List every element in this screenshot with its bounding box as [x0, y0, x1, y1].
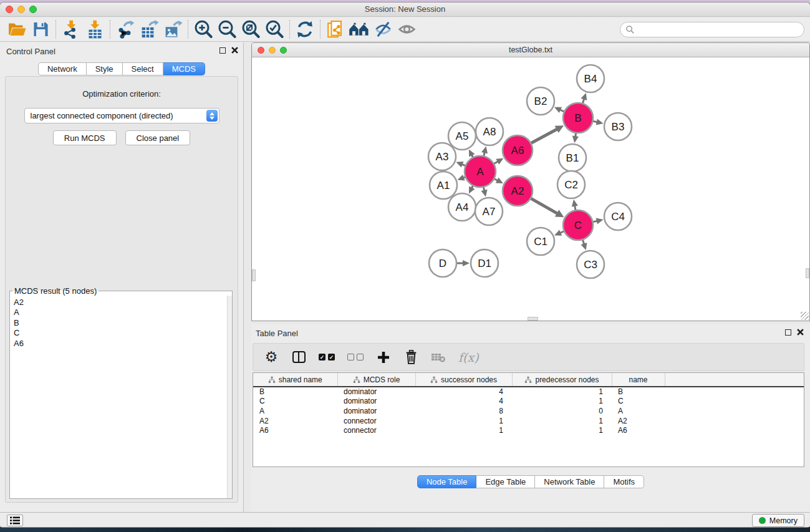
save-session-button[interactable]	[29, 19, 52, 40]
open-file-button[interactable]	[5, 19, 29, 40]
table-options-button[interactable]: ⚙	[264, 348, 279, 367]
cell[interactable]: 1	[512, 416, 612, 426]
cell[interactable]: 1	[512, 387, 612, 397]
graph-node-label-C3: C3	[584, 259, 597, 271]
column-header-predecessor-nodes[interactable]: predecessor nodes	[512, 373, 612, 387]
cell[interactable]: A	[612, 406, 665, 416]
export-table-button[interactable]	[137, 19, 161, 40]
cell[interactable]	[665, 416, 804, 426]
column-type-icon	[353, 376, 360, 384]
run-mcds-button[interactable]: Run MCDS	[53, 130, 117, 145]
canvas-vscroll-thumb[interactable]	[252, 269, 256, 281]
tab-style[interactable]: Style	[87, 62, 123, 75]
column-header-successor-nodes[interactable]: successor nodes	[415, 373, 512, 387]
refresh-view-button[interactable]	[293, 19, 317, 40]
result-item[interactable]: B	[14, 318, 227, 328]
hide-details-button[interactable]	[371, 19, 395, 40]
cell[interactable]: 1	[512, 425, 612, 435]
cell[interactable]: B	[253, 387, 337, 397]
close-table-panel-button[interactable]	[797, 329, 804, 336]
table-row[interactable]: Adominator80A	[253, 406, 804, 416]
result-item[interactable]: A	[14, 307, 227, 317]
show-column-button[interactable]	[291, 348, 306, 367]
task-history-button[interactable]	[7, 515, 23, 526]
cell[interactable]: 1	[415, 425, 512, 435]
delete-row-button[interactable]	[403, 348, 418, 367]
home-button[interactable]	[347, 19, 371, 40]
delete-table-button[interactable]	[431, 348, 446, 367]
float-table-panel-button[interactable]	[785, 329, 791, 336]
table-tab-edge-table[interactable]: Edge Table	[476, 475, 535, 488]
cell[interactable]: A	[253, 406, 337, 416]
cell[interactable]	[665, 425, 804, 435]
close-icon	[797, 329, 804, 336]
criterion-dropdown[interactable]: largest connected component (directed)	[24, 108, 219, 123]
cell[interactable]: A6	[612, 425, 665, 435]
canvas-hscroll-thumb[interactable]	[528, 317, 538, 321]
tab-select[interactable]: Select	[123, 62, 163, 75]
export-image-button[interactable]	[161, 19, 185, 40]
result-item[interactable]: C	[14, 328, 227, 338]
graph-edge-A2-C[interactable]	[531, 198, 557, 214]
cell[interactable]: 1	[512, 397, 612, 407]
select-all-button[interactable]: ✓✓	[319, 348, 335, 367]
export-network-button[interactable]	[113, 19, 137, 40]
cell[interactable]	[665, 406, 804, 416]
column-header-shared-name[interactable]: shared name	[253, 373, 337, 387]
column-header-name[interactable]: name	[612, 373, 665, 387]
result-item[interactable]: A2	[14, 297, 227, 307]
graph-edge-A6-B[interactable]	[531, 129, 557, 143]
cell[interactable]: 0	[512, 406, 612, 416]
network-canvas[interactable]: AA1A2A3A4A5A6A7A8BB1B2B3B4CC1C2C3C4DD1	[252, 57, 809, 321]
memory-button[interactable]: Memory	[752, 514, 804, 527]
table-row[interactable]: Bdominator41B	[253, 387, 804, 397]
tab-network[interactable]: Network	[38, 62, 87, 75]
cell[interactable]: A2	[612, 416, 665, 426]
cell[interactable]: dominator	[337, 387, 415, 397]
import-network-button[interactable]	[59, 19, 83, 40]
close-panel-button-2[interactable]: Close panel	[125, 130, 191, 145]
table-row[interactable]: Cdominator41C	[253, 397, 804, 407]
cell[interactable]: 1	[415, 416, 512, 426]
window-resize-grip[interactable]	[801, 312, 809, 320]
table-row[interactable]: A2connector11A2	[253, 416, 804, 426]
cell[interactable]	[665, 387, 804, 397]
column-header-mcds-role[interactable]: MCDS role	[337, 373, 415, 387]
result-scrollbar[interactable]	[227, 296, 232, 498]
new-network-button[interactable]	[324, 19, 347, 40]
table-tab-motifs[interactable]: Motifs	[604, 475, 644, 488]
add-row-button[interactable]	[376, 348, 391, 367]
function-builder-button[interactable]: f(x)	[458, 348, 479, 367]
column-type-icon	[268, 376, 276, 384]
zoom-selected-button[interactable]	[263, 19, 286, 40]
canvas-vscroll-thumb-right[interactable]	[806, 268, 809, 278]
cell[interactable]: 4	[415, 397, 512, 407]
cell[interactable]: dominator	[337, 406, 415, 416]
cell[interactable]: connector	[337, 425, 415, 435]
close-panel-button[interactable]	[231, 47, 238, 54]
cell[interactable]: connector	[337, 416, 415, 426]
cell[interactable]: 8	[415, 406, 512, 416]
table-tab-node-table[interactable]: Node Table	[417, 475, 477, 488]
cell[interactable]: A2	[253, 416, 337, 426]
zoom-fit-button[interactable]	[239, 19, 263, 40]
table-row[interactable]: A6connector11A6	[253, 425, 804, 435]
graph-node-label-B1: B1	[566, 152, 579, 164]
zoom-out-button[interactable]	[215, 19, 239, 40]
tab-mcds[interactable]: MCDS	[163, 62, 205, 75]
import-table-button[interactable]	[83, 19, 107, 40]
cell[interactable]: 4	[415, 387, 512, 397]
cell[interactable]: C	[612, 397, 665, 407]
table-tab-network-table[interactable]: Network Table	[535, 475, 604, 488]
cell[interactable]: dominator	[337, 397, 415, 407]
search-input[interactable]	[635, 26, 799, 34]
result-item[interactable]: A6	[14, 339, 227, 349]
zoom-in-button[interactable]	[191, 19, 215, 40]
cell[interactable]: C	[253, 397, 337, 407]
cell[interactable]: A6	[253, 425, 337, 435]
cell[interactable]	[665, 397, 804, 407]
show-details-button[interactable]	[395, 19, 418, 40]
float-panel-button[interactable]	[219, 47, 226, 54]
deselect-all-button[interactable]	[347, 348, 364, 367]
cell[interactable]: B	[612, 387, 665, 397]
